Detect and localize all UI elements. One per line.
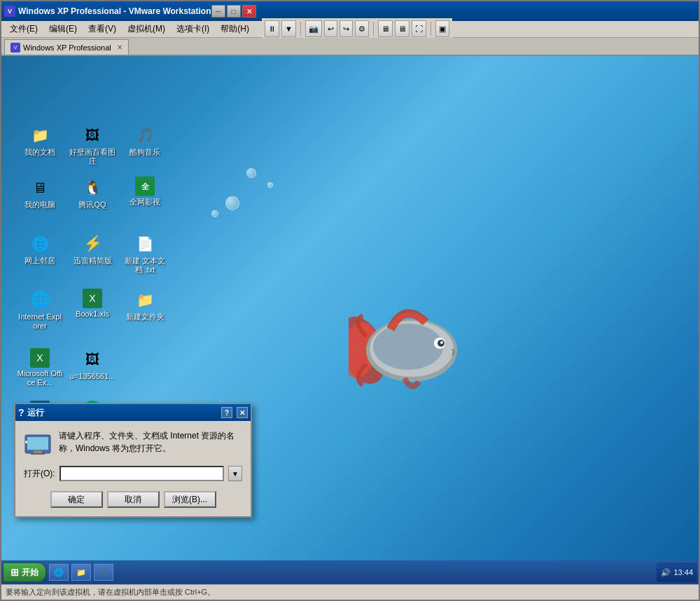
toolbar-monitor1[interactable]: 🖥 xyxy=(378,20,393,37)
toolbar-fullscreen[interactable]: ⛶ xyxy=(412,20,426,37)
taskbar-items: 🌐 📁 🎵 xyxy=(46,564,657,581)
run-input[interactable] xyxy=(59,466,224,481)
svg-point-4 xyxy=(373,324,443,370)
title-text: Windows XP Professional - VMware Worksta… xyxy=(18,6,211,16)
taskbar-ie[interactable]: 🌐 xyxy=(49,564,69,581)
taskbar-explorer-icon: 📁 xyxy=(76,568,86,577)
maximize-button[interactable]: □ xyxy=(227,5,241,18)
toolbar-monitor2[interactable]: 🖥 xyxy=(395,20,410,37)
taskbar-ie-icon: 🌐 xyxy=(54,568,64,577)
excel2-icon: X xyxy=(83,289,102,308)
run-dialog-title-text: 运行 xyxy=(27,407,44,419)
run-close-button[interactable]: ✕ xyxy=(237,407,248,418)
toolbar-prev[interactable]: ↩ xyxy=(324,20,337,37)
close-button[interactable]: ✕ xyxy=(242,5,256,18)
desktop-icon-mydocs[interactable]: 📁 我的文档 xyxy=(15,123,64,158)
vm-tab[interactable]: V Windows XP Professional ✕ xyxy=(4,39,129,55)
vm-tab-icon: V xyxy=(10,43,20,53)
excel-icon: X xyxy=(30,348,50,368)
run-help-button[interactable]: ? xyxy=(221,407,232,418)
menu-file[interactable]: 文件(E) xyxy=(4,22,43,36)
toolbar-pause[interactable]: ⏸ xyxy=(265,20,279,37)
svg-rect-11 xyxy=(31,453,45,455)
tray-time: 13:44 xyxy=(673,568,693,576)
toolbar-settings[interactable]: ⚙ xyxy=(355,20,369,37)
newfolder-icon: 📁 xyxy=(134,289,156,311)
toolbar: ⏸ ▼ 📷 ↩ ↪ ⚙ 🖥 🖥 ⛶ ▣ xyxy=(262,18,452,41)
taskbar-explorer[interactable]: 📁 xyxy=(71,564,91,581)
title-bar-controls: ─ □ ✕ xyxy=(211,5,256,18)
desktop-icon-xunlei[interactable]: ⚡ 迅雷精简版 xyxy=(68,231,117,267)
run-browse-button[interactable]: 浏览(B)... xyxy=(164,491,216,508)
desktop-icon-ie[interactable]: 🌐 Internet Explorer xyxy=(15,287,64,332)
menu-tabs[interactable]: 选项卡(I) xyxy=(171,22,215,36)
minimize-button[interactable]: ─ xyxy=(211,5,225,18)
desktop-icon-video[interactable]: 全 全网影视 xyxy=(120,175,169,208)
vmware-icon: V xyxy=(4,6,15,17)
textfile-icon: 📄 xyxy=(134,233,156,255)
xunlei-label: 迅雷精简版 xyxy=(74,256,112,265)
run-cancel-button[interactable]: 取消 xyxy=(107,491,160,508)
toolbar-next[interactable]: ↪ xyxy=(340,20,353,37)
qq-icon: 🐧 xyxy=(81,177,104,199)
run-icon xyxy=(24,429,52,457)
run-dialog-title: ? 运行 ? ✕ xyxy=(15,404,251,421)
wallpaper-label: 好壁画百看图庄 xyxy=(69,148,115,166)
mycomputer-icon: 🖥 xyxy=(29,177,51,199)
bubble-1 xyxy=(225,196,239,210)
excel2-label: Book1.xls xyxy=(76,310,109,319)
menu-help[interactable]: 帮助(H) xyxy=(215,22,255,36)
menu-bar: 文件(E) 编辑(E) 查看(V) 虚拟机(M) 选项卡(I) 帮助(H) ⏸ … xyxy=(1,21,699,38)
toolbar-separator-2 xyxy=(373,22,374,36)
vmware-window: V Windows XP Professional - VMware Works… xyxy=(0,0,700,601)
svg-point-7 xyxy=(440,341,443,344)
toolbar-unity[interactable]: ▣ xyxy=(435,20,449,37)
desktop-icon-network[interactable]: 🌐 网上邻居 xyxy=(15,231,64,267)
menu-edit[interactable]: 编辑(E) xyxy=(43,22,83,36)
menu-vm[interactable]: 虚拟机(M) xyxy=(122,22,171,36)
svg-rect-10 xyxy=(34,450,42,453)
desktop-icon-excel[interactable]: X Microsoft Office Ex... xyxy=(15,347,64,389)
mycomputer-label: 我的电脑 xyxy=(24,200,55,209)
run-ok-button[interactable]: 确定 xyxy=(50,491,103,508)
run-buttons: 确定 取消 浏览(B)... xyxy=(24,491,242,508)
toolbar-snap[interactable]: 📷 xyxy=(305,20,322,37)
desktop-icon-mycomputer[interactable]: 🖥 我的电脑 xyxy=(15,175,64,211)
start-button[interactable]: ⊞ 开始 xyxy=(3,562,46,582)
video-label: 全网影视 xyxy=(130,198,160,207)
tab-close-button[interactable]: ✕ xyxy=(117,43,122,51)
toolbar-separator-3 xyxy=(430,22,431,36)
vm-tab-label: Windows XP Professional xyxy=(23,43,111,52)
image-label: u=1356561... xyxy=(70,372,115,381)
toolbar-separator-1 xyxy=(300,22,301,36)
bubble-4 xyxy=(267,182,273,188)
taskbar-media[interactable]: 🎵 xyxy=(94,564,113,581)
qq-label: 腾讯QQ xyxy=(78,200,106,209)
desktop-icon-music[interactable]: 🎵 酷狗音乐 xyxy=(120,123,169,158)
music-icon: 🎵 xyxy=(134,124,156,146)
start-label: 开始 xyxy=(22,567,38,579)
tray-network-icon: 🔊 xyxy=(661,568,671,577)
status-bar: 要将输入定向到该虚拟机，请在虚拟机内部单击或按 Ctrl+G。 xyxy=(1,584,699,600)
desktop-icon-qq[interactable]: 🐧 腾讯QQ xyxy=(68,175,117,211)
desktop-icon-excel2[interactable]: X Book1.xls xyxy=(68,287,117,320)
run-open-label: 打开(O): xyxy=(24,468,55,480)
menu-view[interactable]: 查看(V) xyxy=(83,22,122,36)
desktop-icon-newfolder[interactable]: 📁 新建文件夹 xyxy=(120,287,169,323)
desktop-icon-image[interactable]: 🖼 u=1356561... xyxy=(68,347,117,382)
mydocs-icon: 📁 xyxy=(29,124,51,146)
run-dropdown-button[interactable]: ▼ xyxy=(228,466,242,481)
run-open-row: 打开(O): ▼ xyxy=(24,466,242,481)
xp-taskbar: ⊞ 开始 🌐 📁 🎵 🔊 13:44 xyxy=(1,560,699,584)
run-description: 请键入程序、文件夹、文档或 Internet 资源的名称，Windows 将为您… xyxy=(59,429,242,455)
svg-rect-12 xyxy=(25,441,27,443)
newfolder-label: 新建文件夹 xyxy=(126,312,164,322)
video-icon: 全 xyxy=(135,177,155,196)
xp-desktop[interactable]: 📁 我的文档 🖥 我的电脑 🌐 网上邻居 🌐 Internet Explorer… xyxy=(1,56,699,584)
network-label: 网上邻居 xyxy=(24,256,55,265)
music-label: 酷狗音乐 xyxy=(130,148,160,157)
textfile-label: 新建 文本文档 .txt xyxy=(122,256,168,275)
desktop-icon-textfile[interactable]: 📄 新建 文本文档 .txt xyxy=(120,231,169,276)
desktop-icon-wallpaper[interactable]: 🖼 好壁画百看图庄 xyxy=(68,123,117,167)
toolbar-dropdown[interactable]: ▼ xyxy=(281,20,296,37)
